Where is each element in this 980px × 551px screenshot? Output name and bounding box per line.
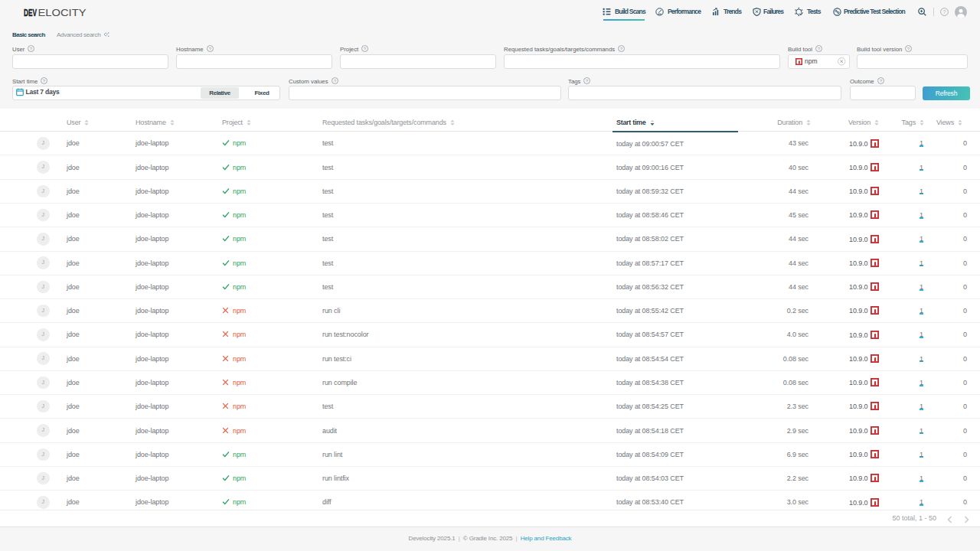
svg-text:DEV: DEV xyxy=(24,7,37,18)
svg-text:?: ? xyxy=(943,9,946,15)
svg-text:?: ? xyxy=(208,47,211,51)
svg-text:?: ? xyxy=(364,47,367,51)
svg-text:ELOCITY: ELOCITY xyxy=(38,7,87,18)
svg-text:?: ? xyxy=(818,47,821,51)
svg-text:?: ? xyxy=(879,79,882,83)
svg-text:?: ? xyxy=(333,79,336,83)
svg-text:?: ? xyxy=(586,79,589,83)
svg-text:?: ? xyxy=(30,47,33,51)
svg-text:?: ? xyxy=(43,79,46,83)
svg-text:?: ? xyxy=(620,47,623,51)
svg-text:?: ? xyxy=(907,47,910,51)
